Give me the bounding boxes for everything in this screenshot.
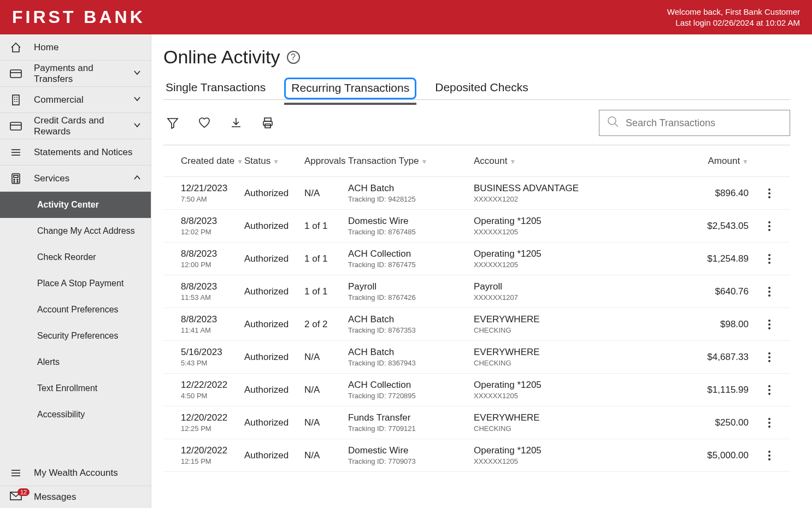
last-login-text: Last login 02/26/2024 at 10:02 AM: [667, 17, 800, 28]
row-actions-icon[interactable]: [753, 451, 786, 460]
tab-deposited-checks[interactable]: Deposited Checks: [433, 78, 530, 99]
search-icon: [607, 116, 619, 130]
sidebar-sub-security-preferences[interactable]: Security Preferences: [0, 323, 151, 349]
sidebar-item-label: Services: [34, 173, 69, 184]
sidebar-item-messages[interactable]: 12 Messages: [0, 486, 151, 508]
card-icon: [10, 120, 22, 132]
sidebar-item-services[interactable]: Services: [0, 166, 151, 192]
sidebar-sub-check-reorder[interactable]: Check Reorder: [0, 244, 151, 270]
txn-account: EVERYWHERE: [474, 314, 649, 325]
help-icon[interactable]: ?: [287, 51, 300, 64]
print-icon[interactable]: [261, 116, 275, 130]
table-row[interactable]: 5/16/20235:43 PMAuthorizedN/AACH BatchTr…: [163, 341, 790, 374]
txn-account-sub: XXXXXX1205: [474, 228, 649, 236]
tab-recurring-transactions[interactable]: Recurring Transactions: [284, 78, 416, 99]
txn-amount: $98.00: [671, 319, 753, 330]
col-type[interactable]: Transaction Type▼: [348, 156, 474, 167]
tab-single-transactions[interactable]: Single Transactions: [163, 78, 268, 99]
txn-time: 12:25 PM: [181, 424, 244, 433]
sidebar-item-wealth[interactable]: My Wealth Accounts: [0, 460, 151, 486]
table-row[interactable]: 8/8/202311:53 AMAuthorized1 of 1PayrollT…: [163, 275, 790, 308]
row-actions-icon[interactable]: [753, 320, 786, 329]
col-amount[interactable]: Amount▼: [671, 156, 753, 167]
txn-tracking: Tracking ID: 8767426: [348, 293, 474, 302]
sidebar-sub-place-a-stop-payment[interactable]: Place A Stop Payment: [0, 270, 151, 297]
search-input[interactable]: [626, 117, 782, 129]
home-icon: [10, 42, 22, 54]
row-actions-icon[interactable]: [753, 254, 786, 264]
txn-type: Domestic Wire: [348, 445, 474, 456]
sidebar-sub-alerts[interactable]: Alerts: [0, 349, 151, 375]
col-status[interactable]: Status▼: [244, 156, 304, 167]
logo: FIRST BANK: [12, 7, 145, 27]
table-row[interactable]: 12/21/20237:50 AMAuthorizedN/AACH BatchT…: [163, 177, 790, 210]
col-account[interactable]: Account▼: [474, 156, 649, 167]
col-approvals[interactable]: Approvals: [304, 156, 348, 167]
sidebar-item-statements-and-notices[interactable]: Statements and Notices: [0, 139, 151, 166]
filter-icon[interactable]: [166, 116, 180, 130]
sidebar-item-payments-and-transfers[interactable]: Payments and Transfers: [0, 61, 151, 87]
welcome-text: Welcome back, First Bank Customer: [667, 7, 800, 17]
table-row[interactable]: 8/8/202312:02 PMAuthorized1 of 1Domestic…: [163, 210, 790, 243]
table-row[interactable]: 12/22/20224:50 PMAuthorizedN/AACH Collec…: [163, 374, 790, 406]
txn-account: EVERYWHERE: [474, 347, 649, 358]
chevron-down-icon: [133, 68, 141, 79]
txn-tracking: Tracking ID: 7709073: [348, 457, 474, 465]
sidebar-sub-accessibility[interactable]: Accessibility: [0, 401, 151, 428]
sidebar-item-commercial[interactable]: Commercial: [0, 87, 151, 113]
row-actions-icon[interactable]: [753, 221, 786, 231]
table-row[interactable]: 8/8/202312:00 PMAuthorized1 of 1ACH Coll…: [163, 243, 790, 275]
table-row[interactable]: 8/8/202311:41 AMAuthorized2 of 2ACH Batc…: [163, 308, 790, 341]
txn-amount: $1,254.89: [671, 253, 753, 264]
txn-tracking: Tracking ID: 8767485: [348, 228, 474, 236]
toolbar: [163, 110, 790, 145]
txn-type: Domestic Wire: [348, 216, 474, 227]
sidebar-item-credit-cards-and-rewards[interactable]: Credit Cards and Rewards: [0, 113, 151, 139]
txn-date: 12/22/2022: [181, 380, 244, 391]
svg-rect-9: [10, 122, 21, 130]
txn-account: Payroll: [474, 281, 649, 292]
txn-approvals: N/A: [304, 352, 348, 363]
table-row[interactable]: 12/20/202212:25 PMAuthorizedN/AFunds Tra…: [163, 406, 790, 439]
download-icon[interactable]: [229, 116, 243, 130]
sidebar-item-label: My Wealth Accounts: [34, 468, 118, 479]
txn-account: BUSINESS ADVANTAGE: [474, 183, 649, 194]
page-title: Online Activity ?: [163, 46, 790, 68]
row-actions-icon[interactable]: [753, 352, 786, 362]
txn-date: 12/20/2022: [181, 445, 244, 456]
txn-amount: $250.00: [671, 417, 753, 428]
sidebar-item-home[interactable]: Home: [0, 34, 151, 61]
sidebar-sub-text-enrollment[interactable]: Text Enrollment: [0, 375, 151, 401]
txn-amount: $896.40: [671, 188, 753, 199]
chevron-up-icon: [133, 173, 141, 184]
txn-tracking: Tracking ID: 9428125: [348, 195, 474, 203]
calc-icon: [10, 173, 22, 185]
txn-amount: $5,000.00: [671, 450, 753, 461]
svg-point-19: [17, 181, 18, 182]
txn-account-sub: XXXXXX1205: [474, 392, 649, 400]
txn-amount: $4,687.33: [671, 352, 753, 363]
col-created-date[interactable]: Created date▼: [168, 156, 244, 167]
sidebar-sub-change-my-acct-address[interactable]: Change My Acct Address: [0, 218, 151, 244]
lines-icon: [10, 467, 22, 479]
txn-type: ACH Collection: [348, 249, 474, 259]
row-actions-icon[interactable]: [753, 385, 786, 395]
sidebar-sub-activity-center[interactable]: Activity Center: [0, 192, 151, 218]
row-actions-icon[interactable]: [753, 287, 786, 297]
table-row[interactable]: 12/20/202212:15 PMAuthorizedN/ADomestic …: [163, 439, 790, 472]
txn-account: Operating *1205: [474, 216, 649, 227]
main-content: Online Activity ? Single TransactionsRec…: [151, 34, 812, 508]
transactions-table: Created date▼ Status▼ Approvals Transact…: [163, 145, 790, 472]
heart-icon[interactable]: [197, 116, 211, 130]
search-box[interactable]: [599, 110, 790, 136]
txn-type: ACH Collection: [348, 380, 474, 391]
txn-tracking: Tracking ID: 8767353: [348, 326, 474, 334]
row-actions-icon[interactable]: [753, 418, 786, 428]
row-actions-icon[interactable]: [753, 188, 786, 198]
sidebar-item-label: Home: [34, 42, 58, 53]
txn-status: Authorized: [244, 319, 304, 330]
sidebar-sub-account-preferences[interactable]: Account Preferences: [0, 297, 151, 323]
sidebar: HomePayments and TransfersCommercialCred…: [0, 34, 151, 508]
txn-approvals: N/A: [304, 450, 348, 461]
txn-account-sub: XXXXXX1205: [474, 261, 649, 269]
